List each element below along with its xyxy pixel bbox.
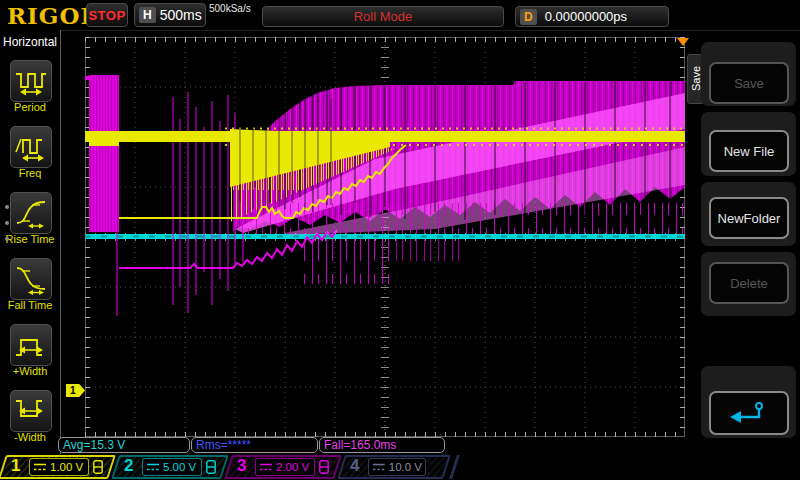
waveform-display <box>85 37 685 437</box>
top-status-bar: RIGOL STOP H 500ms 500kSa/s Roll Mode D … <box>0 0 800 31</box>
new-file-button[interactable]: New File <box>709 130 789 172</box>
trigger-position-marker[interactable] <box>677 38 689 46</box>
timebase-control[interactable]: H 500ms <box>134 3 206 27</box>
dc-coupling-icon <box>259 461 273 473</box>
delay-key-label: D <box>520 9 537 25</box>
channel-badge-icon <box>93 460 103 474</box>
save-button: Save <box>709 62 789 104</box>
rigol-logo: RIGOL <box>7 2 98 29</box>
channel-2-status[interactable]: 2 5.00 V <box>115 455 225 479</box>
delete-button: Delete <box>709 262 789 304</box>
plus-width-icon <box>13 329 49 361</box>
channel-3-status[interactable]: 3 2.00 V <box>228 455 338 479</box>
dc-coupling-icon <box>372 461 386 473</box>
dc-coupling-icon <box>146 461 160 473</box>
ch3-trace <box>85 75 685 316</box>
acquisition-mode-badge: Roll Mode <box>262 6 504 27</box>
freq-icon <box>13 131 49 163</box>
back-button[interactable] <box>709 391 789 435</box>
fall-time-icon <box>13 263 49 295</box>
channel-status-bar: 1 1.00 V 2 5.00 V <box>0 454 800 480</box>
acquisition-mode-label: Roll Mode <box>354 9 413 24</box>
page-indicator-dot <box>5 205 9 209</box>
channel-4-status[interactable]: 4 10.0 V <box>341 455 447 479</box>
run-state-label: STOP <box>88 8 125 23</box>
page-indicator-dot <box>5 237 9 241</box>
rise-time-icon <box>13 197 49 229</box>
oscilloscope-screen: RIGOL STOP H 500ms 500kSa/s Roll Mode D … <box>0 0 800 480</box>
menu-item-freq[interactable]: Freq <box>0 126 60 188</box>
dc-coupling-icon <box>33 461 47 473</box>
measurement-rms: Rms=***** <box>191 437 318 453</box>
new-folder-button[interactable]: NewFolder <box>709 197 789 239</box>
channel-badge-icon <box>319 460 329 474</box>
channel-1-status[interactable]: 1 1.00 V <box>2 455 112 479</box>
menu-item-plus-width[interactable]: +Width <box>0 324 60 386</box>
menu-item-fall-time[interactable]: Fall Time <box>0 258 60 320</box>
ch2-trace <box>85 234 685 239</box>
channel-badge-icon <box>206 460 216 474</box>
measurement-avg: Avg=15.3 V <box>58 437 190 453</box>
horizontal-key-label: H <box>139 7 156 23</box>
return-arrow-icon <box>729 400 769 426</box>
delay-control[interactable]: D 0.00000000ps <box>515 6 669 27</box>
measure-menu-title: Horizontal <box>3 35 57 49</box>
minus-width-icon <box>13 395 49 427</box>
period-icon <box>13 65 49 97</box>
menu-item-minus-width[interactable]: -Width <box>0 390 60 452</box>
menu-item-rise-time[interactable]: Rise Time <box>0 192 60 254</box>
measurement-fall: Fall=165.0ms <box>319 437 445 453</box>
run-state-badge: STOP <box>86 3 128 27</box>
delay-value: 0.00000000ps <box>545 9 627 24</box>
menu-item-period[interactable]: Period <box>0 60 60 122</box>
timebase-value: 500ms <box>160 7 202 23</box>
sample-rate-label: 500kSa/s <box>209 3 251 14</box>
page-indicator-dot <box>5 221 9 225</box>
ch1-ground-marker[interactable]: 1 <box>66 384 85 397</box>
measure-menu-panel: Horizontal Period Freq <box>0 30 61 454</box>
